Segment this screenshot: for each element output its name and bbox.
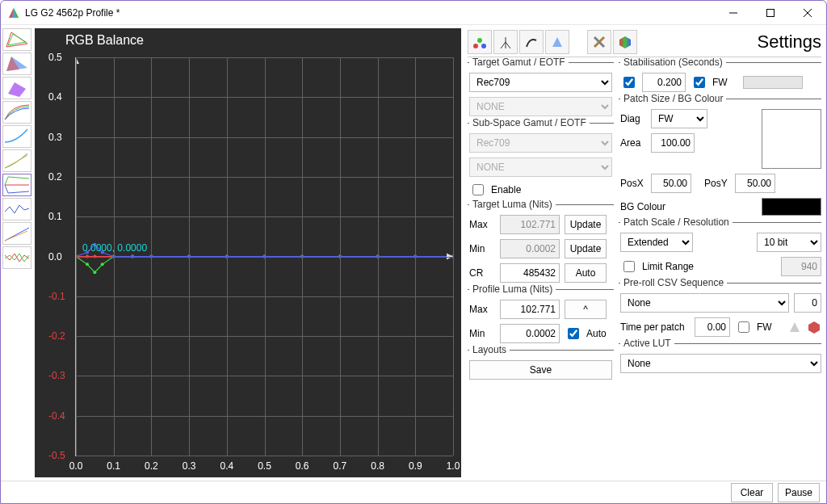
thumb-gamut[interactable] (2, 52, 31, 75)
svg-marker-70 (790, 322, 800, 332)
stabilisation-group: Stabilisation (Seconds) FW (619, 62, 821, 94)
limit-range-value[interactable] (781, 257, 821, 276)
profile-luma-reset[interactable]: ^ (565, 300, 607, 319)
patch-posx[interactable] (651, 174, 691, 193)
stabilisation-enable[interactable] (623, 77, 635, 88)
rgb-balance-chart[interactable]: 0.0000, 0.0000 0.50.40.30.20.10.0-0.1-0.… (75, 57, 453, 456)
thumb-3d[interactable] (2, 77, 31, 99)
target-luma-max[interactable] (500, 215, 560, 234)
svg-rect-4 (767, 9, 775, 16)
chart-area: RGB Balance 0.0000, 0.0000 0.50.40.30.20… (35, 28, 461, 477)
stabilisation-progress (743, 76, 803, 89)
gamut-icon[interactable] (545, 30, 569, 54)
patch-posy[interactable] (735, 174, 775, 193)
thumb-rgb-curves[interactable] (2, 101, 31, 124)
patch-area[interactable] (651, 133, 695, 153)
tripod-icon[interactable] (493, 30, 518, 54)
settings-label: Settings (758, 32, 822, 52)
thumb-de-line[interactable] (2, 198, 31, 220)
minimize-button[interactable] (715, 1, 752, 25)
patch-size-group: Patch Size / BG Colour DiagFW Area PosXP… (619, 99, 821, 217)
profile-luma-min[interactable] (500, 324, 560, 343)
profile-luma-auto-checkbox[interactable] (568, 328, 579, 339)
preroll-select[interactable]: None (620, 293, 789, 313)
layouts-group: Layouts Save (468, 350, 614, 381)
subspace-enable-checkbox[interactable] (472, 184, 484, 195)
cube-icon[interactable] (613, 30, 637, 54)
thumb-de-bars[interactable] (2, 222, 31, 245)
svg-line-63 (501, 42, 506, 48)
subspace-gamut-select[interactable]: Rec709 (469, 133, 612, 153)
patch-scale-group: Patch Scale / Resolution Extended10 bit … (619, 222, 821, 278)
svg-point-60 (477, 38, 482, 43)
cable-icon[interactable] (519, 30, 544, 54)
tools-icon[interactable] (587, 30, 611, 54)
patch-bit-select[interactable]: 10 bit (757, 233, 821, 252)
preroll-group: Pre-roll CSV Sequence None Time per patc… (619, 283, 821, 338)
chart-title: RGB Balance (35, 28, 461, 48)
active-lut-select[interactable]: None (620, 354, 821, 373)
svg-marker-66 (552, 37, 562, 47)
preroll-cube-icon (807, 320, 821, 334)
preroll-count[interactable] (794, 293, 821, 313)
bg-colour-swatch[interactable] (762, 198, 821, 216)
patch-colour-swatch[interactable] (762, 109, 821, 169)
footer: Clear Pause (1, 481, 826, 503)
stabilisation-fw-checkbox[interactable] (694, 77, 705, 88)
chart-thumbnails (1, 25, 35, 481)
patch-diag-select[interactable]: FW (651, 109, 707, 128)
probe-icon[interactable] (468, 30, 492, 54)
svg-marker-8 (8, 34, 26, 45)
target-gamut-group: Target Gamut / EOTF Rec709 NONE (468, 62, 614, 118)
chart-annotation: 0.0000, 0.0000 (82, 242, 147, 254)
target-luma-min-update[interactable]: Update (565, 239, 607, 258)
app-icon (7, 6, 20, 19)
svg-point-28 (86, 262, 89, 266)
close-button[interactable] (789, 1, 826, 25)
titlebar: LG G2 4562p Profile * (1, 1, 826, 25)
target-luma-cr[interactable] (500, 263, 560, 283)
thumb-cie[interactable] (2, 28, 31, 51)
target-luma-min[interactable] (500, 239, 560, 258)
target-gamut-select[interactable]: Rec709 (469, 73, 612, 92)
time-per-patch[interactable] (695, 317, 730, 337)
limit-range-checkbox[interactable] (623, 261, 635, 272)
app-window: LG G2 4562p Profile * RGB Balance 0.0000… (0, 0, 827, 504)
stabilisation-value[interactable] (642, 73, 686, 92)
svg-point-29 (93, 271, 96, 274)
thumb-multi[interactable] (2, 246, 31, 269)
profile-luma-max[interactable] (500, 300, 560, 319)
svg-point-61 (481, 44, 486, 48)
svg-marker-69 (619, 36, 631, 48)
window-title: LG G2 4562p Profile * (25, 7, 715, 19)
target-luma-group: Target Luma (Nits) MaxUpdate MinUpdate C… (468, 204, 614, 284)
thumb-gamma[interactable] (2, 125, 31, 148)
svg-point-59 (473, 44, 478, 48)
pause-button[interactable]: Pause (778, 483, 820, 502)
clear-button[interactable]: Clear (731, 483, 773, 502)
svg-marker-71 (808, 321, 820, 334)
target-eotf-select[interactable]: NONE (469, 97, 612, 116)
target-luma-auto[interactable]: Auto (565, 263, 607, 283)
settings-toolbar: Settings (468, 28, 821, 57)
thumb-luminance[interactable] (2, 149, 31, 172)
maximize-button[interactable] (752, 1, 789, 25)
active-lut-group: Active LUT None (619, 343, 821, 375)
tpp-fw-checkbox[interactable] (738, 321, 749, 333)
profile-luma-group: Profile Luma (Nits) Max^ MinAuto (468, 289, 614, 345)
layout-save-button[interactable]: Save (469, 360, 612, 380)
subspace-group: Sub-Space Gamut / EOTF Rec709 NONE Enabl… (468, 123, 614, 200)
preroll-gamut-icon (787, 320, 802, 334)
svg-line-64 (506, 42, 510, 48)
target-luma-max-update[interactable]: Update (565, 215, 607, 234)
svg-marker-11 (8, 82, 26, 97)
right-panel: Settings Target Gamut / EOTF Rec709 NONE… (464, 25, 826, 481)
patch-scale-select[interactable]: Extended (620, 233, 693, 252)
thumb-rgb-balance[interactable] (2, 174, 31, 196)
svg-point-30 (101, 262, 104, 266)
subspace-eotf-select[interactable]: NONE (469, 158, 612, 177)
